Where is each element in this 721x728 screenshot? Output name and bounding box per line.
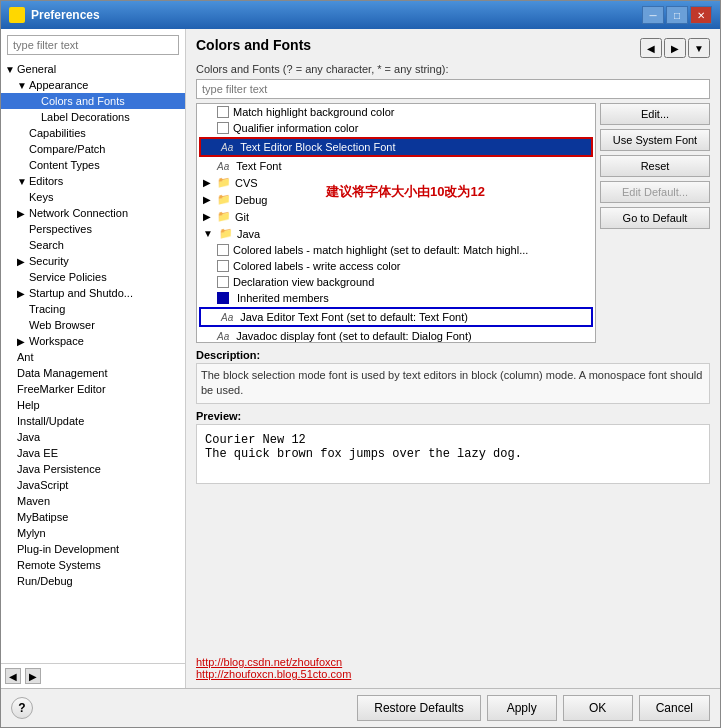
sidebar-item-editors[interactable]: ▼Editors [1,173,185,189]
sidebar-item-startup-shutdown[interactable]: ▶Startup and Shutdo... [1,285,185,301]
forward-button[interactable]: ▶ [664,38,686,58]
sidebar-item-freemarker-editor[interactable]: FreeMarker Editor [1,381,185,397]
font-list-item[interactable]: Colored labels - write access color [197,258,595,274]
sidebar-item-network-connection[interactable]: ▶Network Connection [1,205,185,221]
sidebar-item-install-update[interactable]: Install/Update [1,413,185,429]
font-list-section: Match highlight background color Qualifi… [196,103,710,343]
sidebar-item-javascript[interactable]: JavaScript [1,477,185,493]
sidebar-item-mybatipse[interactable]: MyBatipse [1,509,185,525]
font-list-item[interactable]: Aa Javadoc display font (set to default:… [197,328,595,343]
font-list-item[interactable]: Aa Text Font [197,158,595,174]
sidebar-item-compare-patch[interactable]: Compare/Patch [1,141,185,157]
bottom-bar: ? Restore Defaults Apply OK Cancel [1,688,720,727]
sidebar-item-java[interactable]: Java [1,429,185,445]
folder-expand-icon: ▼ [203,228,213,239]
font-list-item[interactable]: Colored labels - match highlight (set to… [197,242,595,258]
sidebar-item-label: Appearance [29,79,88,91]
sidebar-item-mylyn[interactable]: Mylyn [1,525,185,541]
sidebar-item-web-browser[interactable]: Web Browser [1,317,185,333]
apply-button[interactable]: Apply [487,695,557,721]
link-2[interactable]: http://zhoufoxcn.blog.51cto.com [196,668,710,680]
sidebar-item-label: Web Browser [29,319,95,331]
font-list-item[interactable]: Match highlight background color [197,104,595,120]
sidebar-item-security[interactable]: ▶Security [1,253,185,269]
preview-line2: The quick brown fox jumps over the lazy … [205,447,522,461]
sidebar-item-label: Tracing [29,303,65,315]
font-list-item[interactable]: Aa Java Editor Text Font (set to default… [199,307,593,327]
font-item-label: Text Font [236,160,281,172]
sidebar-item-help[interactable]: Help [1,397,185,413]
font-list-item[interactable]: Aa Text Editor Block Selection Font [199,137,593,157]
font-list-item[interactable]: ▶ 📁 CVS [197,174,595,191]
sidebar-item-label-decoration[interactable]: Label Decorations [1,109,185,125]
link-1[interactable]: http://blog.csdn.net/zhoufoxcn [196,656,710,668]
dropdown-button[interactable]: ▼ [688,38,710,58]
folder-expand-icon: ▶ [203,194,211,205]
use-system-font-button[interactable]: Use System Font [600,129,710,151]
sidebar-item-java-ee[interactable]: Java EE [1,445,185,461]
sidebar-item-data-management[interactable]: Data Management [1,365,185,381]
font-list-item[interactable]: Declaration view background [197,274,595,290]
sidebar-item-label: Remote Systems [17,559,101,571]
sidebar-item-remote-systems[interactable]: Remote Systems [1,557,185,573]
sidebar-item-service-policies[interactable]: Service Policies [1,269,185,285]
sidebar: ▼General▼Appearance Colors and Fonts Lab… [1,29,186,688]
help-button[interactable]: ? [11,697,33,719]
sidebar-item-maven[interactable]: Maven [1,493,185,509]
sidebar-item-search[interactable]: Search [1,237,185,253]
sidebar-item-label: Search [29,239,64,251]
sidebar-item-colors-fonts[interactable]: Colors and Fonts [1,93,185,109]
sidebar-item-label: Service Policies [29,271,107,283]
minimize-button[interactable]: ─ [642,6,664,24]
back-button[interactable]: ◀ [640,38,662,58]
sidebar-item-tracing[interactable]: Tracing [1,301,185,317]
go-to-default-button[interactable]: Go to Default [600,207,710,229]
sidebar-item-label: MyBatipse [17,511,68,523]
font-list-item[interactable]: ▼ 📁 Java [197,225,595,242]
sidebar-item-java-persistence[interactable]: Java Persistence [1,461,185,477]
checkbox-icon[interactable] [217,276,229,288]
sidebar-item-plugin-development[interactable]: Plug-in Development [1,541,185,557]
sidebar-item-appearance[interactable]: ▼Appearance [1,77,185,93]
checkbox-icon[interactable] [217,122,229,134]
description-label: Description: [196,349,710,361]
window-controls: ─ □ ✕ [642,6,712,24]
sidebar-item-label: Startup and Shutdo... [29,287,133,299]
font-item-label: Java Editor Text Font (set to default: T… [240,311,468,323]
restore-defaults-button[interactable]: Restore Defaults [357,695,480,721]
font-list-item[interactable]: Qualifier information color [197,120,595,136]
sidebar-item-workspace[interactable]: ▶Workspace [1,333,185,349]
sidebar-scroll-right[interactable]: ▶ [25,668,41,684]
app-icon [9,7,25,23]
sidebar-filter-input[interactable] [7,35,179,55]
description-text: The block selection mode font is used by… [196,363,710,404]
sidebar-item-run-debug[interactable]: Run/Debug [1,573,185,589]
font-item-label: Inherited members [237,292,329,304]
font-list-item[interactable]: ▶ 📁 Git [197,208,595,225]
ok-button[interactable]: OK [563,695,633,721]
font-item-label: Declaration view background [233,276,374,288]
checkbox-icon[interactable] [217,244,229,256]
sidebar-scroll-left[interactable]: ◀ [5,668,21,684]
checkbox-icon[interactable] [217,106,229,118]
font-list[interactable]: Match highlight background color Qualifi… [196,103,596,343]
maximize-button[interactable]: □ [666,6,688,24]
reset-button[interactable]: Reset [600,155,710,177]
sidebar-item-general[interactable]: ▼General [1,61,185,77]
sidebar-item-keys[interactable]: Keys [1,189,185,205]
content-filter-input[interactable] [196,79,710,99]
nav-buttons: ◀ ▶ ▼ [640,38,710,58]
sidebar-item-capabilities[interactable]: Capabilities [1,125,185,141]
edit-button[interactable]: Edit... [600,103,710,125]
sidebar-item-content-types[interactable]: Content Types [1,157,185,173]
font-item-label: Text Editor Block Selection Font [240,141,395,153]
checkbox-icon[interactable] [217,260,229,272]
font-list-item[interactable]: Inherited members [197,290,595,306]
sidebar-item-ant[interactable]: Ant [1,349,185,365]
font-list-item[interactable]: ▶ 📁 Debug [197,191,595,208]
edit-default-button[interactable]: Edit Default... [600,181,710,203]
cancel-button[interactable]: Cancel [639,695,710,721]
sidebar-item-perspectives[interactable]: Perspectives [1,221,185,237]
sidebar-item-label: Content Types [29,159,100,171]
close-button[interactable]: ✕ [690,6,712,24]
